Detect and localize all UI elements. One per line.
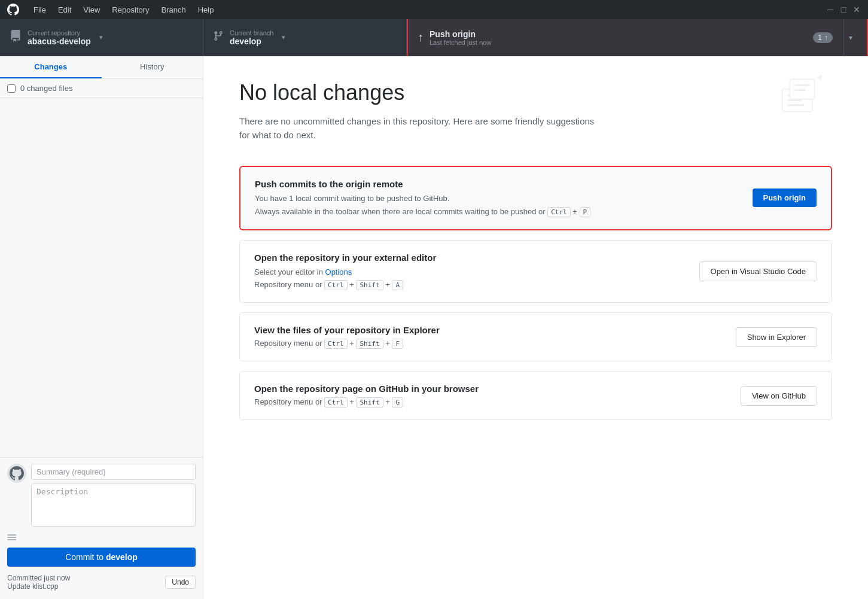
no-changes-subtitle: There are no uncommitted changes in this… <box>239 115 598 142</box>
menu-bar: File Edit View Repository Branch Help <box>29 4 218 16</box>
changed-files-bar: 0 changed files <box>0 79 203 98</box>
branch-icon <box>213 31 224 44</box>
branch-text: Current branch develop <box>230 29 273 46</box>
github-key3: G <box>392 397 403 408</box>
title-bar: File Edit View Repository Branch Help ─ … <box>0 0 868 19</box>
editor-plus2: + <box>385 280 392 289</box>
editor-shortcut-prefix: Repository menu or <box>254 280 322 289</box>
maximize-button[interactable]: □ <box>839 5 848 14</box>
commit-footer: Committed just now Update klist.cpp Undo <box>7 571 196 593</box>
push-plus1: + <box>572 207 579 216</box>
editor-card-content: Open the repository in your external edi… <box>254 253 687 291</box>
push-card-content: Push commits to the origin remote You ha… <box>255 179 741 217</box>
github-logo-icon <box>7 4 19 16</box>
explorer-key2: Shift <box>356 339 383 349</box>
svg-rect-5 <box>795 84 810 86</box>
tab-history[interactable]: History <box>102 56 203 78</box>
current-branch-button[interactable]: Current branch develop ▾ <box>203 19 407 56</box>
push-title: Push origin <box>430 29 807 39</box>
commit-footer-time: Committed just now <box>7 574 70 582</box>
toolbar: Current repository abacus-develop ▾ Curr… <box>0 19 868 56</box>
menu-view[interactable]: View <box>78 4 105 16</box>
repo-icon <box>10 30 22 45</box>
minimize-button[interactable]: ─ <box>826 5 835 14</box>
push-card-title: Push commits to the origin remote <box>255 179 741 189</box>
open-in-vscode-button[interactable]: Open in Visual Studio Code <box>699 262 817 281</box>
push-card-shortcut: Always available in the toolbar when the… <box>255 207 741 217</box>
window-controls: ─ □ ✕ <box>826 5 861 14</box>
sidebar-tabs: Changes History <box>0 56 203 79</box>
explorer-key1: Ctrl <box>324 339 348 349</box>
commit-description-input[interactable] <box>31 484 196 527</box>
external-editor-card: Open the repository in your external edi… <box>239 240 832 303</box>
main-area: Changes History 0 changed files <box>0 56 868 599</box>
push-subtitle: Last fetched just now <box>430 39 807 46</box>
editor-card-desc: Select your editor in Options <box>254 266 687 278</box>
coauthor-add-icon <box>7 534 17 545</box>
editor-key2: Shift <box>356 280 383 290</box>
commit-summary-input[interactable] <box>31 464 196 480</box>
repo-value: abacus-develop <box>28 37 91 46</box>
menu-repository[interactable]: Repository <box>107 4 154 16</box>
repo-arrow-icon: ▾ <box>99 34 103 41</box>
commit-button[interactable]: Commit to develop <box>7 548 196 567</box>
github-card-title: Open the repository page on GitHub in yo… <box>254 384 729 394</box>
explorer-card-content: View the files of your repository in Exp… <box>254 325 724 349</box>
push-text: Push origin Last fetched just now <box>430 29 807 46</box>
explorer-shortcut-prefix: Repository menu or <box>254 339 322 348</box>
editor-card-title: Open the repository in your external edi… <box>254 253 687 263</box>
select-all-checkbox[interactable] <box>7 84 16 93</box>
push-origin-button[interactable]: Push origin <box>753 188 817 207</box>
explorer-card-shortcut: Repository menu or Ctrl + Shift + F <box>254 339 724 349</box>
commit-footer-message: Update klist.cpp <box>7 582 70 591</box>
view-on-github-button[interactable]: View on GitHub <box>741 386 817 406</box>
commit-inputs <box>31 464 196 527</box>
changed-files-label: 0 changed files <box>20 84 72 93</box>
push-origin-toolbar-button[interactable]: ↑ Push origin Last fetched just now 1 ↑ … <box>407 19 868 56</box>
no-changes-title: No local changes <box>239 80 832 105</box>
current-repo-button[interactable]: Current repository abacus-develop ▾ <box>0 19 203 56</box>
push-commits-card: Push commits to the origin remote You ha… <box>239 166 832 230</box>
explorer-card: View the files of your repository in Exp… <box>239 312 832 361</box>
undo-button[interactable]: Undo <box>165 576 196 589</box>
menu-branch[interactable]: Branch <box>156 4 190 16</box>
github-key2: Shift <box>356 397 383 408</box>
empty-state-illustration <box>772 74 832 122</box>
explorer-key3: F <box>392 339 403 349</box>
editor-key1: Ctrl <box>324 280 348 290</box>
github-plus2: + <box>385 397 392 406</box>
push-key1: Ctrl <box>547 207 571 217</box>
commit-button-branch: develop <box>106 552 138 562</box>
commit-row <box>7 464 196 527</box>
branch-arrow-icon: ▾ <box>282 34 285 41</box>
github-card-shortcut: Repository menu or Ctrl + Shift + G <box>254 397 729 408</box>
menu-file[interactable]: File <box>29 4 51 16</box>
close-button[interactable]: ✕ <box>852 5 861 14</box>
show-in-explorer-button[interactable]: Show in Explorer <box>736 327 817 347</box>
editor-options-link[interactable]: Options <box>325 267 352 276</box>
github-card: Open the repository page on GitHub in yo… <box>239 371 832 420</box>
coauthor-row <box>7 531 196 548</box>
branch-label: Current branch <box>230 29 273 37</box>
github-card-content: Open the repository page on GitHub in yo… <box>254 384 729 408</box>
push-badge-arrow-icon: ↑ <box>824 34 828 42</box>
menu-edit[interactable]: Edit <box>53 4 76 16</box>
editor-plus1: + <box>349 280 356 289</box>
push-dropdown-arrow[interactable]: ▾ <box>843 19 857 56</box>
editor-card-shortcut: Repository menu or Ctrl + Shift + A <box>254 280 687 290</box>
content-area: No local changes There are no uncommitte… <box>203 56 868 599</box>
push-badge-count: 1 <box>818 34 822 42</box>
push-badge: 1 ↑ <box>813 32 833 43</box>
menu-help[interactable]: Help <box>193 4 219 16</box>
push-card-desc: You have 1 local commit waiting to be pu… <box>255 193 741 205</box>
commit-area: Commit to develop Committed just now Upd… <box>0 457 203 599</box>
files-list[interactable] <box>0 98 203 457</box>
explorer-plus1: + <box>349 339 356 348</box>
github-shortcut-prefix: Repository menu or <box>254 397 322 406</box>
repo-text: Current repository abacus-develop <box>28 29 91 46</box>
tab-changes[interactable]: Changes <box>0 56 102 78</box>
explorer-card-title: View the files of your repository in Exp… <box>254 325 724 335</box>
svg-rect-3 <box>787 104 805 106</box>
editor-desc-prefix: Select your editor in <box>254 267 323 276</box>
sidebar: Changes History 0 changed files <box>0 56 203 599</box>
